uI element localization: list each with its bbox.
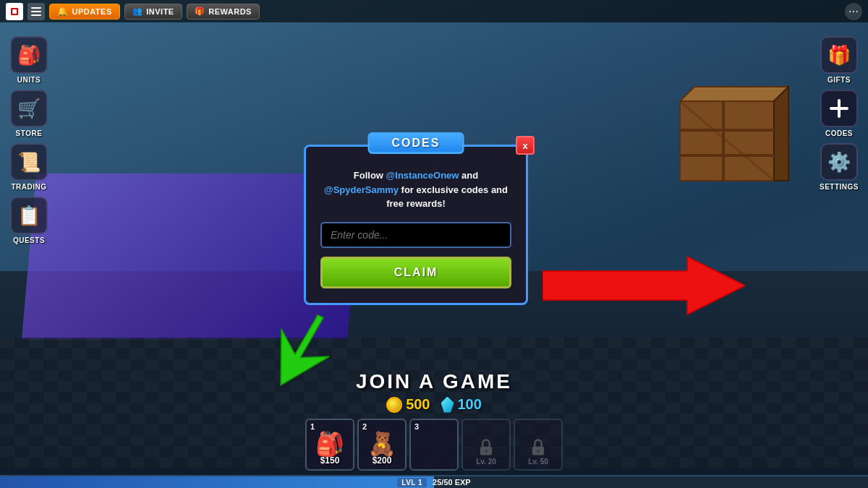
slot-1-price: $150: [320, 455, 340, 466]
slot-1-number: 1: [310, 422, 315, 431]
modal-body: Follow @InstanceOnew and @SpyderSammy fo…: [306, 147, 526, 303]
svg-rect-19: [838, 99, 841, 118]
inventory-slot-3[interactable]: 3: [409, 419, 459, 471]
level-badge: LVL 1: [397, 478, 427, 487]
claim-button[interactable]: CLAIM: [320, 257, 511, 288]
gem-icon: [441, 397, 454, 413]
settings-icon: ⚙️: [820, 143, 858, 181]
gems-value: 100: [458, 396, 482, 413]
mention1: @InstanceOnew: [386, 170, 459, 181]
sidebar-item-codes[interactable]: CODES: [816, 90, 862, 137]
slot-3-number: 3: [414, 422, 419, 431]
slot-4-level: Lv. 20: [476, 458, 496, 466]
trading-label: TRADING: [11, 183, 46, 191]
svg-point-25: [537, 450, 540, 453]
slot-5-level: Lv. 50: [528, 458, 548, 466]
codes-label: CODES: [825, 129, 853, 137]
more-icon: ⋯: [848, 6, 859, 17]
bottom-hud: JOIN A GAME 500 100 1 🎒 $150 2 🧸 $200 3: [0, 370, 868, 488]
units-icon: 🎒: [10, 36, 48, 74]
updates-label: UPDATES: [72, 7, 112, 16]
svg-rect-14: [12, 9, 17, 14]
exp-bar-container: LVL 1 25/50 EXP: [0, 475, 868, 488]
inventory-slot-2[interactable]: 2 🧸 $200: [357, 419, 407, 471]
store-icon: 🛒: [10, 90, 48, 127]
invite-label: INVITE: [146, 7, 174, 16]
gifts-label: GIFTS: [827, 76, 851, 84]
inventory-slot-5[interactable]: Lv. 50: [514, 419, 563, 471]
slot-3-empty: [423, 444, 445, 466]
sidebar-item-trading[interactable]: 📜 TRADING: [6, 143, 52, 191]
top-bar: 🔔 UPDATES 👥 INVITE 🎁 REWARDS ⋯: [0, 0, 868, 22]
modal-close-button[interactable]: x: [516, 136, 535, 155]
sidebar-item-quests[interactable]: 📋 QUESTS: [6, 197, 52, 244]
background-crate: [665, 58, 810, 202]
trading-icon: 📜: [10, 143, 48, 181]
sidebar-item-gifts[interactable]: 🎁 GIFTS: [816, 36, 862, 84]
right-sidebar: 🎁 GIFTS CODES ⚙️ SETTINGS: [810, 29, 868, 198]
lock-icon-5: [528, 437, 548, 458]
svg-marker-5: [680, 101, 788, 181]
inventory-slot-1[interactable]: 1 🎒 $150: [305, 419, 354, 471]
inventory-slot-4[interactable]: Lv. 20: [461, 419, 511, 471]
updates-button[interactable]: 🔔 UPDATES: [49, 4, 120, 20]
svg-point-23: [485, 450, 488, 453]
modal-description: Follow @InstanceOnew and @SpyderSammy fo…: [320, 168, 511, 211]
sidebar-item-units[interactable]: 🎒 UNITS: [6, 36, 52, 84]
slot-2-icon: 🧸: [367, 432, 396, 455]
left-sidebar: 🎒 UNITS 🛒 STORE 📜 TRADING 📋 QUESTS: [0, 29, 58, 252]
gifts-icon: 🎁: [820, 36, 858, 74]
rewards-label: REWARDS: [208, 7, 252, 16]
exp-bar-text: LVL 1 25/50 EXP: [0, 476, 868, 488]
code-input[interactable]: [320, 222, 511, 248]
units-label: UNITS: [17, 76, 41, 84]
codes-modal: CODES x Follow @InstanceOnew and @Spyder…: [304, 145, 528, 305]
mention2: @SpyderSammy: [324, 184, 399, 195]
quests-icon: 📋: [10, 197, 48, 234]
svg-rect-15: [31, 7, 41, 9]
svg-marker-6: [680, 87, 788, 101]
coin-icon: [386, 397, 402, 413]
rewards-button[interactable]: 🎁 REWARDS: [187, 4, 260, 20]
slot-2-number: 2: [362, 422, 367, 431]
more-options-button[interactable]: ⋯: [845, 3, 862, 20]
settings-label: SETTINGS: [820, 183, 859, 191]
slot-1-icon: 🎒: [315, 432, 344, 455]
inventory-row: 1 🎒 $150 2 🧸 $200 3 Lv. 20: [0, 419, 868, 471]
store-label: STORE: [16, 129, 43, 137]
svg-marker-7: [774, 87, 788, 181]
menu-icon-button[interactable]: [27, 3, 45, 20]
sidebar-item-store[interactable]: 🛒 STORE: [6, 90, 52, 137]
svg-rect-16: [31, 11, 41, 12]
quests-label: QUESTS: [13, 236, 45, 244]
exp-label: 25/50 EXP: [433, 478, 471, 487]
coins-display: 500: [386, 396, 430, 413]
modal-title: CODES: [368, 132, 464, 154]
invite-button[interactable]: 👥 INVITE: [124, 4, 182, 20]
currency-row: 500 100: [0, 396, 868, 413]
coins-value: 500: [406, 396, 430, 413]
roblox-logo: [6, 3, 23, 20]
gems-display: 100: [441, 396, 482, 413]
join-game-label: JOIN A GAME: [0, 370, 868, 393]
sidebar-item-settings[interactable]: ⚙️ SETTINGS: [816, 143, 862, 191]
lock-icon-4: [476, 437, 496, 458]
slot-2-price: $200: [373, 455, 392, 466]
codes-icon: [820, 90, 858, 127]
svg-rect-17: [31, 14, 41, 16]
